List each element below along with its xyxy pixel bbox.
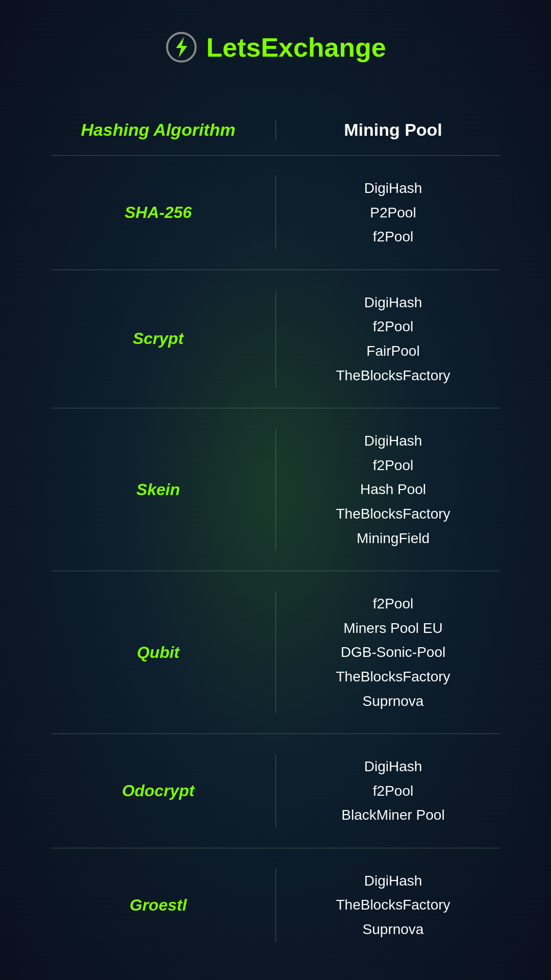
pool-item: f2Pool: [373, 453, 413, 478]
table-row: Scrypt DigiHash f2Pool FairPool TheBlock…: [51, 270, 500, 408]
logo-exchange: Exchange: [261, 33, 386, 62]
pool-item: DigiHash: [364, 869, 422, 893]
pool-item: Suprnova: [363, 689, 424, 714]
pools-odocrypt: DigiHash f2Pool BlackMiner Pool: [276, 754, 500, 827]
col1-header: Hashing Algorithm: [51, 120, 276, 140]
pool-item: BlackMiner Pool: [341, 803, 444, 827]
table-row: SHA-256 DigiHash P2Pool f2Pool: [51, 156, 500, 270]
logo-icon: [165, 31, 198, 64]
pool-item: DigiHash: [364, 290, 422, 315]
pool-item: TheBlocksFactory: [336, 502, 450, 526]
pool-item: TheBlocksFactory: [336, 363, 450, 388]
algorithm-groestl: Groestl: [51, 869, 276, 942]
table-row: Skein DigiHash f2Pool Hash Pool TheBlock…: [51, 408, 500, 571]
main-table: Hashing Algorithm Mining Pool SHA-256 Di…: [51, 105, 500, 962]
pool-item: f2Pool: [373, 592, 413, 616]
pool-item: Miners Pool EU: [343, 616, 443, 641]
col2-header: Mining Pool: [276, 120, 500, 140]
pool-item: Hash Pool: [360, 477, 426, 502]
pool-item: DigiHash: [364, 176, 422, 201]
pool-item: Suprnova: [363, 917, 424, 942]
pools-groestl: DigiHash TheBlocksFactory Suprnova: [276, 869, 500, 942]
algorithm-sha256: SHA-256: [51, 176, 276, 249]
pool-item: TheBlocksFactory: [336, 665, 450, 689]
pool-item: DigiHash: [364, 429, 422, 453]
svg-marker-1: [176, 37, 187, 58]
page-header: LetsExchange: [165, 0, 386, 105]
pool-item: MiningField: [357, 526, 430, 551]
pool-item: DigiHash: [364, 754, 422, 779]
pool-item: DGB-Sonic-Pool: [341, 640, 445, 665]
pool-item: f2Pool: [373, 225, 413, 249]
pools-qubit: f2Pool Miners Pool EU DGB-Sonic-Pool The…: [276, 592, 500, 713]
algorithm-skein: Skein: [51, 429, 276, 550]
pools-sha256: DigiHash P2Pool f2Pool: [276, 176, 500, 249]
algorithm-qubit: Qubit: [51, 592, 276, 713]
pool-item: P2Pool: [370, 201, 416, 225]
table-row: Groestl DigiHash TheBlocksFactory Suprno…: [51, 848, 500, 962]
logo-text: LetsExchange: [206, 32, 386, 63]
pools-skein: DigiHash f2Pool Hash Pool TheBlocksFacto…: [276, 429, 500, 550]
pools-scrypt: DigiHash f2Pool FairPool TheBlocksFactor…: [276, 290, 500, 387]
algorithm-scrypt: Scrypt: [51, 290, 276, 387]
pool-item: FairPool: [366, 339, 419, 363]
pool-item: f2Pool: [373, 779, 413, 803]
table-row: Qubit f2Pool Miners Pool EU DGB-Sonic-Po…: [51, 571, 500, 733]
table-row: Odocrypt DigiHash f2Pool BlackMiner Pool: [51, 734, 500, 848]
algorithm-odocrypt: Odocrypt: [51, 754, 276, 827]
pool-item: f2Pool: [373, 314, 413, 339]
logo-lets: Lets: [206, 33, 261, 62]
pool-item: TheBlocksFactory: [336, 893, 450, 917]
table-header-row: Hashing Algorithm Mining Pool: [51, 105, 500, 155]
